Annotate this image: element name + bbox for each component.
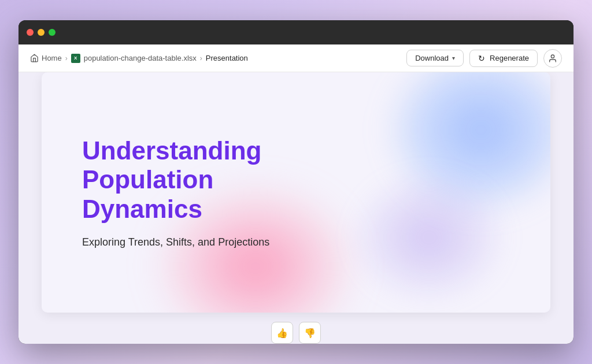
content-area: Understanding Population Dynamics Explor… — [18, 72, 574, 344]
breadcrumb-current: Presentation — [206, 54, 248, 62]
breadcrumb-sep-2: › — [200, 54, 202, 62]
thumbs-up-button[interactable]: 👍 — [271, 322, 293, 344]
maximize-button[interactable] — [49, 29, 56, 36]
svg-point-0 — [551, 55, 554, 58]
blob-purple — [354, 174, 504, 301]
user-icon — [548, 54, 557, 63]
thumbs-down-button[interactable]: 👎 — [299, 322, 321, 344]
regenerate-button[interactable]: ↻ Regenerate — [469, 50, 538, 67]
file-label: population-change-data-table.xlsx — [84, 54, 197, 62]
user-button[interactable] — [543, 49, 562, 68]
chevron-down-icon: ▾ — [452, 55, 455, 61]
excel-icon: X — [71, 54, 80, 63]
breadcrumb-sep-1: › — [65, 54, 68, 62]
slide-container: Understanding Population Dynamics Explor… — [42, 72, 550, 313]
nav-actions: Download ▾ ↻ Regenerate — [406, 49, 562, 68]
nav-bar: Home › X population-change-data-table.xl… — [18, 44, 574, 72]
breadcrumb-file[interactable]: X population-change-data-table.xlsx — [71, 54, 197, 63]
close-button[interactable] — [27, 29, 34, 36]
regenerate-label: Regenerate — [490, 54, 529, 62]
slide-text: Understanding Population Dynamics Explor… — [42, 102, 365, 284]
home-label: Home — [42, 54, 62, 62]
download-button[interactable]: Download ▾ — [406, 50, 464, 66]
thumbs-up-icon: 👍 — [276, 328, 288, 339]
thumbs-down-icon: 👎 — [304, 328, 316, 339]
browser-window: Home › X population-change-data-table.xl… — [18, 20, 574, 344]
traffic-lights — [27, 29, 56, 36]
regenerate-icon: ↻ — [478, 54, 485, 63]
slide-subtitle: Exploring Trends, Shifts, and Projection… — [82, 236, 325, 248]
minimize-button[interactable] — [38, 29, 45, 36]
feedback-bar: 👍 👎 — [271, 322, 321, 344]
slide-title: Understanding Population Dynamics — [82, 136, 325, 224]
home-icon — [30, 54, 39, 62]
title-bar — [18, 20, 574, 44]
breadcrumb: Home › X population-change-data-table.xl… — [30, 54, 406, 63]
download-label: Download — [415, 54, 449, 62]
breadcrumb-home[interactable]: Home — [30, 54, 62, 62]
